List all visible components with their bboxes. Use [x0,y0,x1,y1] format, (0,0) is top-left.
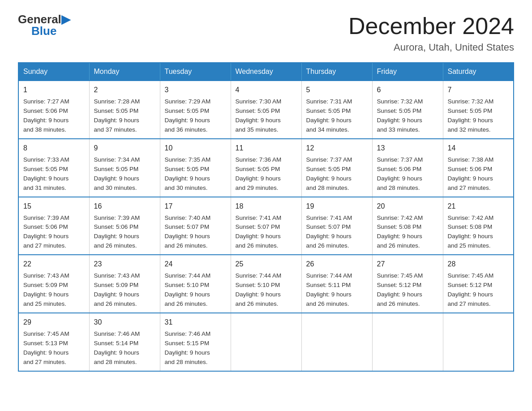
calendar-cell: 7Sunrise: 7:32 AMSunset: 5:05 PMDaylight… [443,81,514,139]
day-number: 9 [94,143,155,154]
header-day-tuesday: Tuesday [160,63,231,81]
calendar-cell: 12Sunrise: 7:37 AMSunset: 5:05 PMDayligh… [301,139,372,197]
header-day-sunday: Sunday [18,63,89,81]
day-info: Sunrise: 7:31 AMSunset: 5:05 PMDaylight:… [306,97,368,135]
day-number: 17 [165,201,226,212]
day-info: Sunrise: 7:44 AMSunset: 5:11 PMDaylight:… [306,271,368,309]
day-info: Sunrise: 7:39 AMSunset: 5:06 PMDaylight:… [23,214,85,251]
calendar-cell: 9Sunrise: 7:34 AMSunset: 5:05 PMDaylight… [89,139,160,197]
day-info: Sunrise: 7:46 AMSunset: 5:15 PMDaylight:… [165,330,226,367]
calendar-cell: 23Sunrise: 7:43 AMSunset: 5:09 PMDayligh… [89,255,160,313]
day-number: 8 [23,143,85,154]
day-info: Sunrise: 7:45 AMSunset: 5:12 PMDaylight:… [377,271,438,309]
calendar-cell: 25Sunrise: 7:44 AMSunset: 5:10 PMDayligh… [231,255,301,313]
calendar-cell: 2Sunrise: 7:28 AMSunset: 5:05 PMDaylight… [89,81,160,139]
calendar-table: SundayMondayTuesdayWednesdayThursdayFrid… [18,62,514,371]
day-info: Sunrise: 7:41 AMSunset: 5:07 PMDaylight:… [306,214,368,251]
day-number: 18 [236,201,297,212]
calendar-body: 1Sunrise: 7:27 AMSunset: 5:06 PMDaylight… [18,81,514,371]
day-number: 19 [306,201,368,212]
day-number: 3 [165,85,226,95]
day-info: Sunrise: 7:41 AMSunset: 5:07 PMDaylight:… [236,214,297,251]
day-number: 12 [306,143,368,154]
week-row-2: 8Sunrise: 7:33 AMSunset: 5:05 PMDaylight… [18,139,514,197]
day-info: Sunrise: 7:37 AMSunset: 5:06 PMDaylight:… [377,155,438,193]
day-number: 6 [377,85,438,95]
day-number: 14 [448,143,509,154]
calendar-cell: 5Sunrise: 7:31 AMSunset: 5:05 PMDaylight… [301,81,372,139]
calendar-cell [301,313,372,371]
calendar-cell: 3Sunrise: 7:29 AMSunset: 5:05 PMDaylight… [160,81,231,139]
day-info: Sunrise: 7:45 AMSunset: 5:13 PMDaylight:… [23,330,85,367]
main-title: December 2024 [348,13,514,39]
day-number: 7 [448,85,509,95]
calendar-cell: 4Sunrise: 7:30 AMSunset: 5:05 PMDaylight… [231,81,301,139]
day-info: Sunrise: 7:45 AMSunset: 5:12 PMDaylight:… [448,271,509,309]
calendar-cell: 28Sunrise: 7:45 AMSunset: 5:12 PMDayligh… [443,255,514,313]
header-row: SundayMondayTuesdayWednesdayThursdayFrid… [18,63,514,81]
day-info: Sunrise: 7:32 AMSunset: 5:05 PMDaylight:… [448,97,509,135]
day-info: Sunrise: 7:44 AMSunset: 5:10 PMDaylight:… [165,271,226,309]
week-row-1: 1Sunrise: 7:27 AMSunset: 5:06 PMDaylight… [18,81,514,139]
day-number: 29 [23,317,85,328]
header-day-friday: Friday [372,63,443,81]
day-number: 24 [165,259,226,270]
calendar-cell: 18Sunrise: 7:41 AMSunset: 5:07 PMDayligh… [231,197,301,255]
page-header: General▶ Blue December 2024 Aurora, Utah… [18,13,514,53]
calendar-cell: 29Sunrise: 7:45 AMSunset: 5:13 PMDayligh… [18,313,89,371]
week-row-4: 22Sunrise: 7:43 AMSunset: 5:09 PMDayligh… [18,255,514,313]
day-info: Sunrise: 7:46 AMSunset: 5:14 PMDaylight:… [94,330,155,367]
day-info: Sunrise: 7:27 AMSunset: 5:06 PMDaylight:… [23,97,85,135]
day-number: 5 [306,85,368,95]
calendar-cell: 14Sunrise: 7:38 AMSunset: 5:06 PMDayligh… [443,139,514,197]
calendar-cell: 26Sunrise: 7:44 AMSunset: 5:11 PMDayligh… [301,255,372,313]
day-info: Sunrise: 7:33 AMSunset: 5:05 PMDaylight:… [23,155,85,193]
week-row-3: 15Sunrise: 7:39 AMSunset: 5:06 PMDayligh… [18,197,514,255]
week-row-5: 29Sunrise: 7:45 AMSunset: 5:13 PMDayligh… [18,313,514,371]
header-day-thursday: Thursday [301,63,372,81]
logo-blue-text: Blue [31,25,56,37]
day-info: Sunrise: 7:43 AMSunset: 5:09 PMDaylight:… [23,271,85,309]
day-info: Sunrise: 7:44 AMSunset: 5:10 PMDaylight:… [236,271,297,309]
calendar-cell: 13Sunrise: 7:37 AMSunset: 5:06 PMDayligh… [372,139,443,197]
day-number: 11 [236,143,297,154]
day-number: 30 [94,317,155,328]
day-number: 16 [94,201,155,212]
day-info: Sunrise: 7:34 AMSunset: 5:05 PMDaylight:… [94,155,155,193]
day-number: 23 [94,259,155,270]
day-info: Sunrise: 7:42 AMSunset: 5:08 PMDaylight:… [377,214,438,251]
logo-triangle-inline: ▶ [61,13,70,26]
day-info: Sunrise: 7:42 AMSunset: 5:08 PMDaylight:… [448,214,509,251]
calendar-cell: 22Sunrise: 7:43 AMSunset: 5:09 PMDayligh… [18,255,89,313]
calendar-cell: 17Sunrise: 7:40 AMSunset: 5:07 PMDayligh… [160,197,231,255]
calendar-cell: 24Sunrise: 7:44 AMSunset: 5:10 PMDayligh… [160,255,231,313]
calendar-cell: 21Sunrise: 7:42 AMSunset: 5:08 PMDayligh… [443,197,514,255]
calendar-cell: 15Sunrise: 7:39 AMSunset: 5:06 PMDayligh… [18,197,89,255]
calendar-cell [372,313,443,371]
day-info: Sunrise: 7:39 AMSunset: 5:06 PMDaylight:… [94,214,155,251]
day-number: 31 [165,317,226,328]
day-number: 1 [23,85,85,95]
calendar-header: SundayMondayTuesdayWednesdayThursdayFrid… [18,63,514,81]
calendar-cell: 31Sunrise: 7:46 AMSunset: 5:15 PMDayligh… [160,313,231,371]
calendar-cell [231,313,301,371]
day-info: Sunrise: 7:36 AMSunset: 5:05 PMDaylight:… [236,155,297,193]
day-number: 25 [236,259,297,270]
day-number: 2 [94,85,155,95]
calendar-cell: 8Sunrise: 7:33 AMSunset: 5:05 PMDaylight… [18,139,89,197]
day-info: Sunrise: 7:40 AMSunset: 5:07 PMDaylight:… [165,214,226,251]
day-info: Sunrise: 7:28 AMSunset: 5:05 PMDaylight:… [94,97,155,135]
day-number: 28 [448,259,509,270]
header-day-wednesday: Wednesday [231,63,301,81]
header-day-saturday: Saturday [443,63,514,81]
day-info: Sunrise: 7:29 AMSunset: 5:05 PMDaylight:… [165,97,226,135]
day-number: 21 [448,201,509,212]
day-number: 20 [377,201,438,212]
day-info: Sunrise: 7:30 AMSunset: 5:05 PMDaylight:… [236,97,297,135]
calendar-cell: 27Sunrise: 7:45 AMSunset: 5:12 PMDayligh… [372,255,443,313]
logo: General▶ Blue [18,13,70,37]
day-number: 22 [23,259,85,270]
day-number: 26 [306,259,368,270]
logo-general-text: General▶ [18,13,70,25]
day-number: 15 [23,201,85,212]
